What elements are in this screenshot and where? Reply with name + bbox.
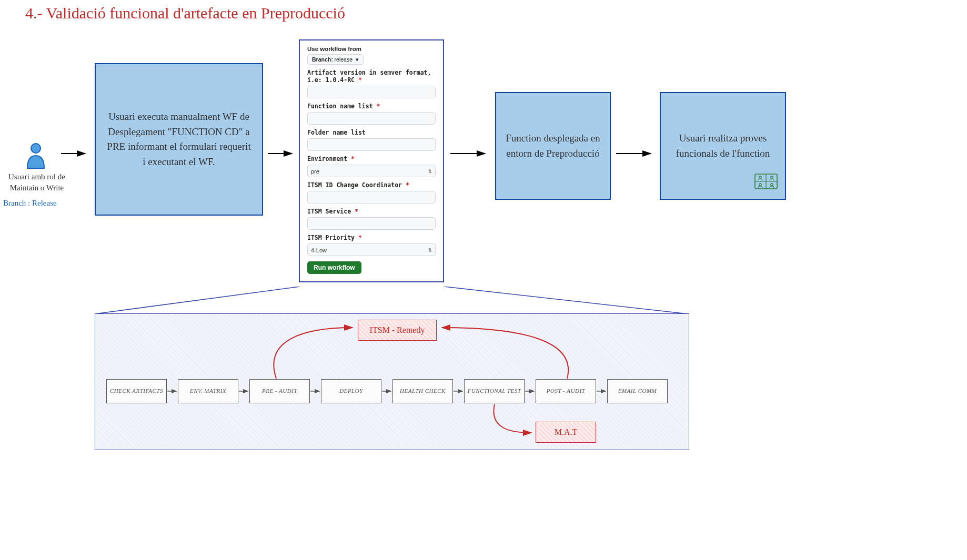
svg-point-9 <box>771 176 773 178</box>
svg-line-13 <box>444 287 688 314</box>
arrow-icon <box>448 147 490 160</box>
itsm-change-coord-label: ITSM ID Change Coordinator * <box>307 181 436 189</box>
arrow-icon <box>266 147 297 160</box>
itsm-service-label: ITSM Service * <box>307 208 436 215</box>
function-name-list-input[interactable] <box>307 112 436 125</box>
step-box-functional-tests: Usuari realitza proves funcionals de l'f… <box>660 92 786 200</box>
folder-name-list-input[interactable] <box>307 138 436 151</box>
artifact-version-label: Artifact version in semver format, i.e: … <box>307 69 436 84</box>
folder-name-list-label: Folder name list <box>307 129 436 136</box>
svg-line-12 <box>95 287 300 314</box>
svg-point-10 <box>759 183 761 185</box>
environment-label: Environment * <box>307 155 436 162</box>
arrow-icon <box>167 386 179 396</box>
step-box-deployed: Function desplegada en entorn de Preprod… <box>495 92 611 200</box>
itsm-priority-select[interactable]: 4-Low <box>307 243 436 256</box>
connector-line <box>95 287 689 315</box>
form-top-label: Use workflow from <box>307 46 436 52</box>
itsm-priority-label: ITSM Priority * <box>307 234 436 241</box>
run-workflow-button[interactable]: Run workflow <box>307 261 361 274</box>
pipeline-step-env-matrix: ENV. MATRIX <box>178 379 238 403</box>
user-role-text: Usuari amb rol deMaintain o Write <box>0 171 76 194</box>
svg-point-8 <box>759 176 761 178</box>
meeting-icon <box>754 174 778 194</box>
svg-point-11 <box>771 183 773 185</box>
function-name-list-label: Function name list * <box>307 103 436 110</box>
itsm-service-input[interactable] <box>307 217 436 230</box>
red-flow-arrows <box>247 318 616 450</box>
pipeline-step-check-artifacts: CHECK ARTIFACTS <box>106 379 167 403</box>
branch-selector[interactable]: Branch: release ▾ <box>307 54 364 65</box>
arrow-icon <box>614 147 656 160</box>
pipeline-step-email-comm: EMAIL COMM <box>607 379 668 403</box>
itsm-change-coord-input[interactable] <box>307 191 436 203</box>
branch-text: Branch : Release <box>3 199 57 208</box>
arrow-icon <box>59 147 90 160</box>
workflow-form: Use workflow from Branch: release ▾ Arti… <box>299 39 444 282</box>
page-title: 4.- Validació funcional d'artefacte en P… <box>25 4 345 22</box>
svg-point-0 <box>31 144 41 153</box>
step-box-manual-wf: Usuari executa manualment WF de Desplega… <box>95 63 263 216</box>
user-icon <box>24 142 47 172</box>
environment-select[interactable]: pre <box>307 165 436 177</box>
artifact-version-input[interactable] <box>307 86 436 98</box>
